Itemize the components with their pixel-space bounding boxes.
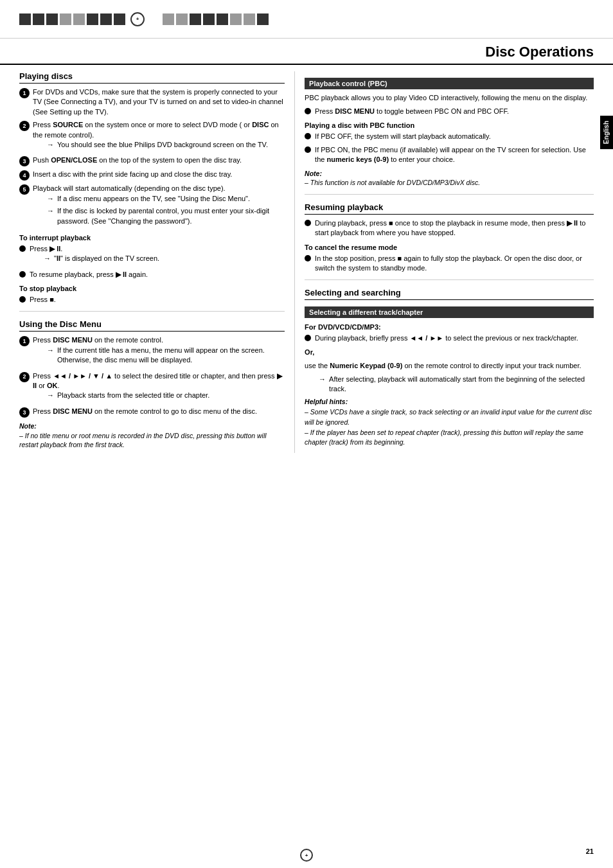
or-description: use the Numeric Keypad (0-9) on the remo…: [305, 361, 594, 371]
arrow-text: "II" is displayed on the TV screen.: [54, 254, 159, 263]
arrow-symbol: →: [319, 375, 326, 384]
item-content: Press DISC MENU on the remote control to…: [33, 407, 257, 416]
or-text: Or,: [305, 348, 594, 358]
bullet-text: If PBC OFF, the system will start playba…: [315, 132, 491, 141]
selecting-searching-heading: Selecting and searching: [305, 288, 594, 300]
bullet-text: To resume playback, press ▶ II again.: [30, 270, 148, 279]
list-item: Press ■.: [19, 295, 285, 305]
page-title: Disc Operations: [485, 44, 594, 60]
resuming-playback-heading: Resuming playback: [305, 202, 594, 215]
item-4-content: Insert a disc with the print side facing…: [33, 170, 232, 179]
bullet-dot: [19, 296, 26, 303]
playing-discs-list: 1 For DVDs and VCDs, make sure that the …: [19, 87, 285, 229]
num-1: 1: [19, 88, 30, 98]
arrow-symbol: →: [47, 206, 54, 216]
content-area: Playing discs 1 For DVDs and VCDs, make …: [0, 71, 613, 453]
list-item: 1 Press DISC MENU on the remote control.…: [19, 335, 285, 368]
bullet-text: Press ■.: [30, 295, 56, 305]
divider: [19, 311, 285, 312]
pbc-intro: PBC playback allows you to play Video CD…: [305, 93, 594, 103]
header-rblock-8: [257, 13, 269, 25]
english-tab: English: [600, 116, 613, 149]
arrow-text: If the current title has a menu, the men…: [57, 346, 285, 366]
left-column: Playing discs 1 For DVDs and VCDs, make …: [19, 71, 295, 453]
header-rblock-4: [203, 13, 215, 25]
arrow-item: → Playback starts from the selected titl…: [47, 391, 285, 400]
arrow-item: → If the current title has a menu, the m…: [47, 346, 285, 366]
bullet-text: During playback, briefly press ◄◄ / ►► t…: [315, 333, 578, 343]
arrow-text: You should see the blue Philips DVD back…: [57, 140, 268, 150]
stop-playback-section: To stop playback Press ■.: [19, 285, 285, 305]
item-content: Press DISC MENU on the remote control. →…: [33, 335, 285, 368]
arrow-symbol: →: [47, 346, 54, 355]
arrow-symbol: →: [47, 194, 54, 204]
note-label: Note:: [19, 422, 37, 430]
header-rblock-7: [244, 13, 255, 25]
item-3-content: Push OPEN/CLOSE on the top of the system…: [33, 155, 242, 165]
bullet-dot: [305, 335, 311, 341]
header-compass-icon: +: [130, 12, 145, 26]
item-2-content: Press SOURCE on the system once or more …: [33, 120, 285, 152]
bullet-text: In the stop position, press ■ again to f…: [315, 254, 594, 274]
hint-2: – If the player has been set to repeat c…: [305, 429, 583, 447]
num-2: 2: [19, 121, 30, 131]
pbc-section: Playback control (PBC) PBC playback allo…: [305, 78, 594, 188]
list-item: During playback, press ■ once to stop th…: [305, 218, 594, 238]
header-block-1: [19, 13, 31, 25]
right-column: Playback control (PBC) PBC playback allo…: [295, 71, 594, 453]
list-item: Press ▶ II. → "II" is displayed on the T…: [19, 244, 285, 267]
pbc-box-heading: Playback control (PBC): [305, 78, 594, 89]
playing-discs-heading: Playing discs: [19, 71, 285, 84]
helpful-hints: Helpful hints: – Some VCDs have a single…: [305, 397, 594, 448]
list-item: In the stop position, press ■ again to f…: [305, 254, 594, 274]
playing-discs-section: Playing discs 1 For DVDs and VCDs, make …: [19, 71, 285, 229]
header-block-2: [33, 13, 44, 25]
header-block-6: [87, 13, 98, 25]
divider-2: [305, 194, 594, 195]
arrow-text: Playback starts from the selected title …: [57, 391, 209, 400]
header-block-5: [73, 13, 85, 25]
list-item: 4 Insert a disc with the print side faci…: [19, 170, 285, 181]
for-dvd-heading: For DVD/VCD/CD/MP3:: [305, 323, 594, 331]
arrow-text: If the disc is locked by parental contro…: [57, 206, 285, 226]
bullet-dot: [305, 255, 311, 261]
interrupt-playback-heading: To interrupt playback: [19, 234, 285, 242]
header-bar: +: [0, 0, 613, 39]
disc-menu-heading: Using the Disc Menu: [19, 319, 285, 332]
header-rblock-5: [217, 13, 228, 25]
note-text: – If no title menu or root menu is recor…: [19, 432, 267, 449]
disc-menu-section: Using the Disc Menu 1 Press DISC MENU on…: [19, 319, 285, 449]
header-block-7: [100, 13, 112, 25]
arrow-symbol: →: [44, 254, 51, 263]
dvd-bullets: During playback, briefly press ◄◄ / ►► t…: [305, 333, 594, 343]
header-right-blocks: [163, 13, 269, 25]
bullet-dot: [19, 245, 26, 252]
list-item: 2 Press SOURCE on the system once or mor…: [19, 120, 285, 152]
page-number: 21: [586, 847, 594, 855]
resuming-bullets: During playback, press ■ once to stop th…: [305, 218, 594, 238]
header-rblock-2: [176, 13, 188, 25]
arrow-item-5a: → If a disc menu appears on the TV, see …: [47, 194, 285, 204]
stop-playback-heading: To stop playback: [19, 285, 285, 292]
arrow-symbol: →: [47, 140, 54, 150]
list-item: If PBC OFF, the system will start playba…: [305, 132, 594, 141]
arrow-item: → You should see the blue Philips DVD ba…: [47, 140, 285, 150]
pbc-note: Note: – This function is not available f…: [305, 169, 594, 188]
num-1: 1: [19, 336, 30, 346]
list-item: 2 Press ◄◄ / ►► / ▼ / ▲ to select the de…: [19, 371, 285, 403]
arrow-symbol: →: [47, 391, 54, 400]
arrow-text: After selecting, playback will automatic…: [329, 375, 594, 394]
page-title-area: Disc Operations: [0, 39, 613, 65]
footer-compass-icon: +: [300, 849, 313, 862]
pbc-play-bullets: If PBC OFF, the system will start playba…: [305, 132, 594, 164]
hint-1: – Some VCDs have a single track, so trac…: [305, 408, 592, 426]
bullet-dot: [305, 220, 311, 226]
list-item: If PBC ON, the PBC menu (if available) w…: [305, 145, 594, 165]
interrupt-playback-section: To interrupt playback Press ▶ II. → "II"…: [19, 234, 285, 279]
header-block-4: [60, 13, 71, 25]
header-rblock-6: [230, 13, 242, 25]
bullet-text: If PBC ON, the PBC menu (if available) w…: [315, 145, 594, 165]
selecting-searching-section: Selecting and searching Selecting a diff…: [305, 288, 594, 448]
item-content: Press ◄◄ / ►► / ▼ / ▲ to select the desi…: [33, 371, 285, 403]
num-3: 3: [19, 407, 30, 418]
